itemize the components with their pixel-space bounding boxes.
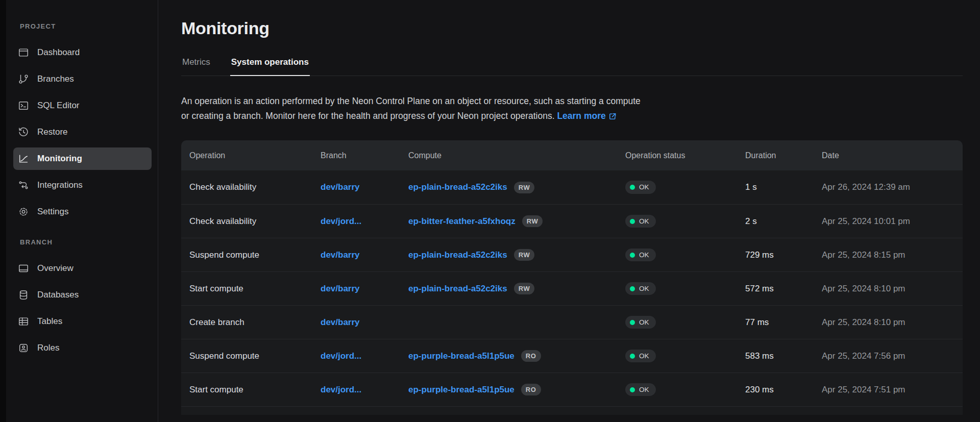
status-label: OK: [639, 319, 649, 326]
compute-link[interactable]: ep-plain-bread-a52c2iks: [408, 250, 507, 260]
description-line-2: or creating a branch. Monitor here for t…: [181, 111, 555, 121]
branch-link[interactable]: dev/jord...: [321, 216, 361, 226]
status-badge: OK: [625, 249, 656, 262]
status-label: OK: [639, 184, 649, 191]
integrations-icon: [18, 180, 29, 191]
compute-access-badge: RO: [521, 350, 541, 362]
sidebar-item-label: Dashboard: [37, 47, 80, 58]
branch-link[interactable]: dev/barry: [321, 182, 360, 192]
table-row: Check availability dev/barry ep-plain-br…: [181, 170, 963, 204]
compute-link[interactable]: ep-bitter-feather-a5fxhoqz: [408, 216, 516, 227]
compute-link[interactable]: ep-purple-bread-a5l1p5ue: [408, 351, 514, 361]
status-badge: OK: [625, 383, 656, 396]
compute-access-badge: RW: [514, 249, 535, 261]
compute-link[interactable]: ep-plain-bread-a52c2iks: [408, 284, 507, 294]
status-label: OK: [639, 252, 649, 259]
status-badge: OK: [625, 350, 656, 363]
external-link-icon: [608, 112, 617, 120]
status-ok-dot: [630, 219, 635, 224]
operation-cell: Start compute: [189, 284, 321, 294]
description: An operation is an action performed by t…: [181, 94, 963, 123]
tables-icon: [18, 316, 29, 327]
sidebar-item-roles[interactable]: Roles: [13, 337, 152, 359]
branches-icon: [18, 73, 29, 85]
operation-cell: Check availability: [189, 182, 321, 192]
learn-more-link[interactable]: Learn more: [557, 109, 616, 123]
overview-icon: [18, 263, 29, 274]
branch-link[interactable]: dev/barry: [321, 284, 360, 293]
description-line-1: An operation is an action performed by t…: [181, 96, 641, 106]
sidebar-item-tables[interactable]: Tables: [13, 310, 152, 333]
compute-link[interactable]: ep-purple-bread-a5l1p5ue: [408, 385, 514, 395]
sidebar-item-overview[interactable]: Overview: [13, 257, 152, 280]
window-edge-strip: [0, 0, 6, 422]
sidebar-item-dashboard[interactable]: Dashboard: [13, 41, 152, 64]
page-title: Monitoring: [181, 18, 963, 38]
sidebar-section: PROJECT Dashboard Branches SQL Editor Re…: [13, 22, 152, 223]
status-label: OK: [639, 353, 649, 360]
sidebar-item-label: Branches: [37, 74, 74, 84]
sidebar-item-label: Monitoring: [37, 154, 82, 164]
sidebar-item-label: Roles: [37, 343, 59, 353]
sidebar-item-databases[interactable]: Databases: [13, 284, 152, 306]
table-row-partial: [181, 406, 963, 415]
duration-cell: 729 ms: [745, 250, 822, 260]
sidebar-item-label: SQL Editor: [37, 101, 80, 111]
status-badge: OK: [625, 316, 656, 329]
sidebar-item-label: Databases: [37, 290, 79, 300]
sidebar-item-integrations[interactable]: Integrations: [13, 174, 152, 196]
sidebar-item-label: Integrations: [37, 180, 83, 190]
status-badge: OK: [625, 282, 656, 295]
status-ok-dot: [630, 286, 635, 291]
restore-icon: [18, 127, 29, 138]
status-label: OK: [639, 218, 649, 225]
sidebar-item-restore[interactable]: Restore: [13, 121, 152, 143]
compute-link[interactable]: ep-plain-bread-a52c2iks: [408, 182, 507, 192]
operation-cell: Start compute: [189, 385, 321, 395]
duration-cell: 2 s: [745, 216, 822, 227]
date-cell: Apr 25, 2024 7:51 pm: [822, 385, 954, 395]
monitoring-icon: [18, 153, 29, 164]
status-ok-dot: [630, 185, 635, 190]
operations-table: Operation Branch Compute Operation statu…: [181, 140, 963, 415]
status-label: OK: [639, 285, 649, 292]
sidebar: PROJECT Dashboard Branches SQL Editor Re…: [6, 0, 158, 422]
sidebar-item-sql-editor[interactable]: SQL Editor: [13, 94, 152, 117]
sql-editor-icon: [18, 100, 29, 111]
settings-icon: [18, 206, 29, 217]
table-row: Suspend compute dev/barry ep-plain-bread…: [181, 238, 963, 271]
date-cell: Apr 25, 2024 10:01 pm: [822, 216, 954, 227]
status-badge: OK: [625, 181, 656, 194]
sidebar-item-settings[interactable]: Settings: [13, 201, 152, 223]
main-content: Monitoring MetricsSystem operations An o…: [159, 0, 980, 422]
dashboard-icon: [18, 47, 29, 58]
sidebar-item-branches[interactable]: Branches: [13, 68, 152, 90]
sidebar-section-label: PROJECT: [13, 22, 152, 30]
operation-cell: Suspend compute: [189, 351, 321, 361]
column-header-operation-status: Operation status: [625, 151, 745, 160]
date-cell: Apr 25, 2024 8:15 pm: [822, 250, 954, 260]
tab-metrics[interactable]: Metrics: [181, 54, 211, 76]
column-header-operation: Operation: [189, 151, 321, 160]
duration-cell: 77 ms: [745, 317, 822, 328]
compute-access-badge: RW: [514, 182, 535, 193]
operation-cell: Suspend compute: [189, 250, 321, 260]
date-cell: Apr 25, 2024 8:10 pm: [822, 317, 954, 328]
branch-link[interactable]: dev/barry: [321, 250, 360, 260]
sidebar-item-monitoring[interactable]: Monitoring: [13, 147, 152, 170]
compute-access-badge: RW: [514, 283, 535, 294]
duration-cell: 230 ms: [745, 385, 822, 395]
table-body: Check availability dev/barry ep-plain-br…: [181, 170, 963, 406]
column-header-duration: Duration: [745, 151, 822, 160]
sidebar-item-label: Overview: [37, 263, 74, 274]
branch-link[interactable]: dev/jord...: [321, 351, 361, 361]
branch-link[interactable]: dev/jord...: [321, 385, 361, 394]
tab-system-operations[interactable]: System operations: [230, 54, 310, 76]
table-header-row: Operation Branch Compute Operation statu…: [181, 140, 963, 170]
duration-cell: 1 s: [745, 182, 822, 192]
table-row: Suspend compute dev/jord... ep-purple-br…: [181, 339, 963, 373]
branch-link[interactable]: dev/barry: [321, 317, 360, 327]
column-header-branch: Branch: [321, 151, 408, 160]
status-badge: OK: [625, 215, 656, 228]
duration-cell: 572 ms: [745, 284, 822, 294]
